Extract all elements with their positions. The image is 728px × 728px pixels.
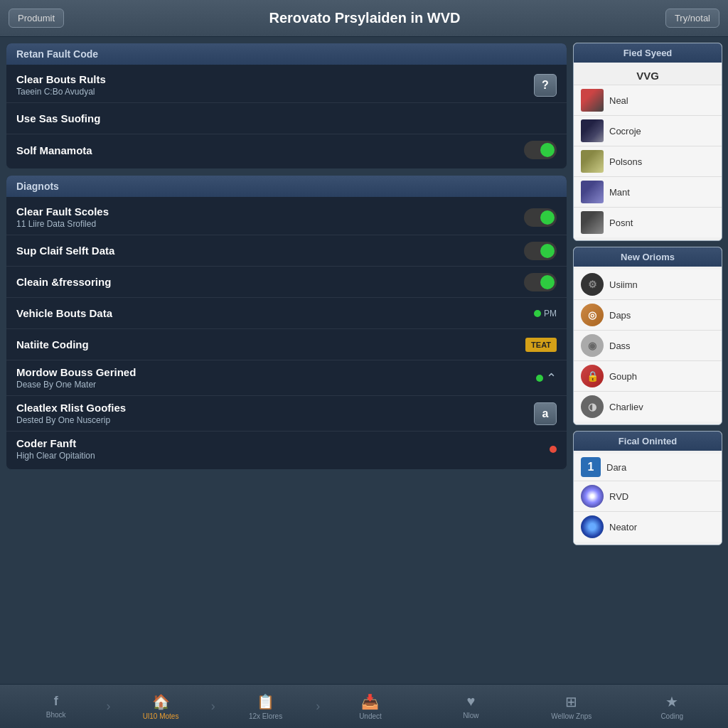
row-clear-fault-scoles: Clear Fault Scoles 11 Liire Data Srofile… xyxy=(6,200,567,235)
car-thumb-posnt xyxy=(581,211,604,234)
toggle-solf-manamota[interactable] xyxy=(524,141,557,159)
page-title: Rerovato Prsylaiden in WVD xyxy=(64,10,665,26)
list-item[interactable]: Neator xyxy=(574,512,722,542)
list-item[interactable]: Neal xyxy=(574,85,722,116)
row-subtitle: High Clear Opitaition xyxy=(16,451,95,461)
list-item[interactable]: ◉ Dass xyxy=(574,331,722,361)
nav-wellow-znps[interactable]: ⊞ Wellow Znps xyxy=(521,690,621,723)
row-control: ⌃ xyxy=(536,370,557,386)
row-control: PM xyxy=(534,309,557,318)
dot-red-icon xyxy=(550,446,557,453)
row-cleain: Cleain &fressoring xyxy=(6,267,567,298)
fical-blue-icon xyxy=(581,515,604,538)
row-label: Vehicle Bouts Data xyxy=(16,307,112,319)
list-item[interactable]: ◎ Daps xyxy=(574,300,722,331)
row-title: Sup Claif Selft Data xyxy=(16,245,114,257)
toggle-sup-claif[interactable] xyxy=(524,242,557,260)
row-natiite-coding: Natiite Coding TEAT xyxy=(6,329,567,360)
fical-num-icon: 1 xyxy=(581,457,601,477)
teat-badge[interactable]: TEAT xyxy=(525,338,557,352)
list-item[interactable]: 🔒 Gouph xyxy=(574,361,722,392)
section2-body: Clear Fault Scoles 11 Liire Data Srofile… xyxy=(6,197,567,469)
list-item[interactable]: ◑ Charliev xyxy=(574,392,722,422)
item-name: Neal xyxy=(609,95,628,106)
list-icon: 📋 xyxy=(257,693,274,710)
nav-12x-elores[interactable]: 📋 12x Elores xyxy=(215,690,316,723)
list-item[interactable]: ⚙ Usiimn xyxy=(574,269,722,300)
item-name: Charliev xyxy=(609,402,643,412)
row-title: Solf Manamota xyxy=(16,144,92,156)
nav-label: Ul10 Motes xyxy=(143,712,179,720)
row-title: Use Sas Suofing xyxy=(16,112,100,124)
list-item[interactable]: 1 Dara xyxy=(574,454,722,481)
list-item[interactable]: Posnt xyxy=(574,208,722,237)
section2-header: Diagnots xyxy=(6,176,567,197)
car-thumb-cocroje xyxy=(581,119,604,142)
row-subtitle: Dease By One Mater xyxy=(16,380,136,390)
item-name: Dara xyxy=(606,462,626,473)
toggle-clear-fault-scoles[interactable] xyxy=(524,208,557,227)
row-sup-claif: Sup Claif Selft Data xyxy=(6,235,567,267)
row-title: Coder Fanft xyxy=(16,437,95,449)
right-column: Fied Syeed VVG Neal Cocroje Polsons Ma xyxy=(573,43,722,678)
section1-body: Clear Bouts Rults Taeein C:Bo Avudyal ? … xyxy=(6,65,567,168)
dot-green-icon xyxy=(536,375,543,382)
qmark-button-2[interactable]: a xyxy=(534,402,557,425)
fical-oninted-body: 1 Dara RVD Neator xyxy=(574,451,722,545)
nav-ul10-motes[interactable]: 🏠 Ul10 Motes xyxy=(110,690,210,723)
row-vehicle-bouts: Vehicle Bouts Data PM xyxy=(6,298,567,329)
pm-label: PM xyxy=(544,309,557,318)
header: Produmit Rerovato Prsylaiden in WVD Try/… xyxy=(0,0,728,37)
item-name: Daps xyxy=(609,310,631,321)
qmark-button[interactable]: ? xyxy=(534,74,557,97)
trynotal-button[interactable]: Try/notal xyxy=(665,9,719,28)
nav-nlow[interactable]: ♥ Nlow xyxy=(421,690,521,722)
nav-bhock[interactable]: f Bhock xyxy=(6,691,106,722)
list-item[interactable]: Mant xyxy=(574,177,722,208)
row-label: Cleain &fressoring xyxy=(16,276,111,288)
item-name: Usiimn xyxy=(609,279,638,290)
orioms-icon-dass: ◉ xyxy=(581,334,604,357)
item-name: Dass xyxy=(609,341,631,351)
row-title: Cleain &fressoring xyxy=(16,276,111,288)
list-item[interactable]: Cocroje xyxy=(574,116,722,146)
toggle-cleain[interactable] xyxy=(524,273,557,291)
row-use-sas-suofing: Use Sas Suofing xyxy=(6,103,567,134)
row-control[interactable] xyxy=(524,242,557,260)
item-name: Gouph xyxy=(609,371,637,382)
orioms-icon-usiimn: ⚙ xyxy=(581,273,604,296)
row-control[interactable]: ? xyxy=(534,74,557,97)
row-subtitle: Dested By One Nuscerip xyxy=(16,415,126,425)
row-control[interactable] xyxy=(524,141,557,159)
bottom-nav: f Bhock › 🏠 Ul10 Motes › 📋 12x Elores › … xyxy=(0,684,728,728)
row-control[interactable]: TEAT xyxy=(525,338,557,352)
nav-label: Nlow xyxy=(463,712,478,719)
nav-label: Wellow Znps xyxy=(551,712,592,720)
row-subtitle: Taeein C:Bo Avudyal xyxy=(16,87,106,97)
nav-coding[interactable]: ★ Coding xyxy=(622,690,722,723)
item-name: Mant xyxy=(609,187,630,198)
row-control[interactable] xyxy=(524,273,557,291)
orioms-icon-gouph: 🔒 xyxy=(581,365,604,387)
car-thumb-polsons xyxy=(581,150,604,173)
list-item[interactable]: Polsons xyxy=(574,146,722,177)
orioms-icon-charliev: ◑ xyxy=(581,395,604,418)
row-label: Cleatlex Rlist Goofies Dested By One Nus… xyxy=(16,402,126,425)
row-title: Cleatlex Rlist Goofies xyxy=(16,402,126,414)
row-control[interactable]: a xyxy=(534,402,557,425)
fical-oninted-panel: Fical Oninted 1 Dara RVD Neator xyxy=(573,431,722,545)
row-control xyxy=(550,446,557,453)
row-label: Natiite Coding xyxy=(16,338,89,350)
left-column: Retan Fault Code Clear Bouts Rults Taeei… xyxy=(6,43,567,678)
nav-undect[interactable]: 📥 Undect xyxy=(320,690,420,723)
car-thumb-neal xyxy=(581,89,604,112)
dot-green-icon xyxy=(534,310,541,317)
star-icon: ★ xyxy=(665,693,678,710)
row-title: Clear Fault Scoles xyxy=(16,205,109,218)
row-control[interactable] xyxy=(524,208,557,227)
section-retan-fault-code: Retan Fault Code Clear Bouts Rults Taeei… xyxy=(6,43,567,169)
produmit-button[interactable]: Produmit xyxy=(9,9,64,28)
list-item[interactable]: RVD xyxy=(574,481,722,512)
home-icon: 🏠 xyxy=(152,693,170,710)
row-title: Clear Bouts Rults xyxy=(16,73,106,85)
